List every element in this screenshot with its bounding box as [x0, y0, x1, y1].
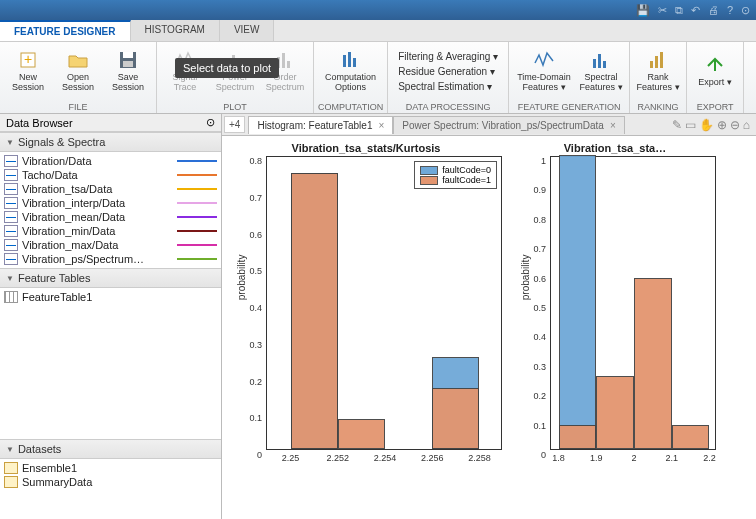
qat-copy-icon[interactable]: ⧉	[675, 4, 683, 17]
data-browser-collapse-icon[interactable]: ⊙	[206, 116, 215, 129]
ribbon-group-plot: Signal Trace Power Spectrum Order Spectr…	[157, 42, 314, 113]
svg-rect-8	[277, 57, 280, 68]
qat-help-icon[interactable]: ?	[727, 4, 733, 16]
pan-icon[interactable]: ✋	[699, 118, 714, 132]
time-domain-features-button[interactable]: Time-Domain Features ▾	[513, 44, 575, 98]
feature-table-item[interactable]: FeatureTable1	[4, 290, 217, 304]
ribbon-export-label: EXPORT	[697, 102, 734, 113]
histogram-bar	[559, 155, 597, 449]
qat-cut-icon[interactable]: ✂	[658, 4, 667, 17]
filtering-averaging-menu[interactable]: Filtering & Averaging ▾	[396, 50, 500, 63]
brush-icon[interactable]: ✎	[672, 118, 682, 132]
collapse-icon: ▼	[6, 445, 14, 454]
home-icon[interactable]: ⌂	[743, 118, 750, 132]
signal-item[interactable]: Vibration_tsa/Data	[4, 182, 217, 196]
plots-container: ✎ ▭ ✋ ⊕ ⊖ ⌂ Vibration_tsa_stats/Kurtosis…	[222, 136, 756, 519]
signal-item[interactable]: Vibration_min/Data	[4, 224, 217, 238]
rank-features-button[interactable]: Rank Features ▾	[634, 44, 682, 98]
rank-features-label: Rank Features ▾	[634, 73, 682, 93]
qat-save-icon[interactable]: 💾	[636, 4, 650, 17]
legend[interactable]: faultCode=0faultCode=1	[414, 161, 497, 189]
order-spectrum-label: Order Spectrum	[261, 73, 309, 93]
signal-item[interactable]: Vibration_max/Data	[4, 238, 217, 252]
main-area: +4 Histogram: FeatureTable1× Power Spect…	[222, 114, 756, 519]
save-session-label: Save Session	[104, 73, 152, 93]
signal-color-swatch	[177, 202, 217, 204]
close-icon[interactable]: ×	[378, 120, 384, 131]
doc-tabs-overflow[interactable]: +4	[224, 116, 245, 133]
qat-print-icon[interactable]: 🖨	[708, 4, 719, 16]
y-tick-label: 0.9	[522, 185, 546, 195]
signal-icon	[4, 239, 18, 251]
x-tick-label: 2.254	[374, 453, 397, 463]
doc-tab-power-spectrum[interactable]: Power Spectrum: Vibration_ps/SpectrumDat…	[393, 116, 624, 134]
ribbon-group-data-processing: Filtering & Averaging ▾ Residue Generati…	[388, 42, 509, 113]
svg-rect-18	[655, 56, 658, 68]
close-icon[interactable]: ×	[610, 120, 616, 131]
export-label: Export ▾	[698, 78, 732, 88]
x-tick-label: 1.9	[590, 453, 603, 463]
computation-options-button[interactable]: Computation Options	[319, 44, 383, 98]
signal-label: Vibration_min/Data	[22, 225, 115, 237]
signal-label: Vibration_mean/Data	[22, 211, 125, 223]
axes[interactable]: 2.252.2522.2542.2562.258faultCode=0fault…	[266, 156, 502, 450]
axes[interactable]: 1.81.922.12.2	[550, 156, 716, 450]
ribbon: +New Session Open Session Save Session F…	[0, 42, 756, 114]
spectral-estimation-menu[interactable]: Spectral Estimation ▾	[396, 80, 500, 93]
datasets-list: Ensemble1SummaryData	[0, 459, 221, 519]
feature-table-label: FeatureTable1	[22, 291, 92, 303]
export-button[interactable]: Export ▾	[691, 44, 739, 98]
tab-histogram[interactable]: HISTOGRAM	[131, 20, 220, 41]
x-tick-label: 2	[631, 453, 636, 463]
signal-icon	[4, 155, 18, 167]
zoom-out-icon[interactable]: ⊖	[730, 118, 740, 132]
legend-label: faultCode=0	[442, 165, 491, 175]
feature-tables-header[interactable]: ▼Feature Tables	[0, 268, 221, 288]
histogram-plot: Vibration_tsa_sta…00.10.20.30.40.50.60.7…	[510, 142, 720, 515]
power-spectrum-button: Power Spectrum	[211, 44, 259, 98]
svg-rect-5	[227, 61, 230, 68]
qat-undo-icon[interactable]: ↶	[691, 4, 700, 17]
signal-item[interactable]: Tacho/Data	[4, 168, 217, 182]
signal-color-swatch	[177, 230, 217, 232]
signal-item[interactable]: Vibration_mean/Data	[4, 210, 217, 224]
spectral-features-button[interactable]: Spectral Features ▾	[577, 44, 625, 98]
y-tick-label: 0.7	[522, 244, 546, 254]
signal-color-swatch	[177, 244, 217, 246]
signal-item[interactable]: Vibration/Data	[4, 154, 217, 168]
open-session-button[interactable]: Open Session	[54, 44, 102, 98]
y-tick-label: 0	[238, 450, 262, 460]
signal-item[interactable]: Vibration_ps/Spectrum…	[4, 252, 217, 266]
legend-swatch	[420, 166, 438, 175]
qat-more-icon[interactable]: ⊙	[741, 4, 750, 17]
legend-item: faultCode=1	[420, 175, 491, 185]
doc-tab-histogram[interactable]: Histogram: FeatureTable1×	[248, 116, 393, 134]
dataset-label: SummaryData	[22, 476, 92, 488]
dataset-item[interactable]: SummaryData	[4, 475, 217, 489]
dataset-item[interactable]: Ensemble1	[4, 461, 217, 475]
svg-rect-4	[123, 61, 133, 67]
dataset-icon	[4, 462, 18, 474]
legend-swatch	[420, 176, 438, 185]
zoom-in-icon[interactable]: ⊕	[717, 118, 727, 132]
y-axis-label: probability	[236, 255, 247, 301]
signal-item[interactable]: Vibration_interp/Data	[4, 196, 217, 210]
datatip-icon[interactable]: ▭	[685, 118, 696, 132]
tab-view[interactable]: VIEW	[220, 20, 275, 41]
save-session-button[interactable]: Save Session	[104, 44, 152, 98]
svg-rect-10	[287, 61, 290, 68]
figure-toolbar: ✎ ▭ ✋ ⊕ ⊖ ⌂	[672, 118, 750, 132]
doc-tab-histogram-label: Histogram: FeatureTable1	[257, 120, 372, 131]
new-session-button[interactable]: +New Session	[4, 44, 52, 98]
signals-spectra-label: Signals & Spectra	[18, 136, 105, 148]
signal-label: Tacho/Data	[22, 169, 78, 181]
x-tick-label: 1.8	[552, 453, 565, 463]
feature-tables-label: Feature Tables	[18, 272, 91, 284]
x-tick-label: 2.2	[703, 453, 716, 463]
signal-icon	[4, 225, 18, 237]
x-tick-label: 2.252	[327, 453, 350, 463]
signals-spectra-header[interactable]: ▼Signals & Spectra	[0, 132, 221, 152]
residue-generation-menu[interactable]: Residue Generation ▾	[396, 65, 500, 78]
datasets-header[interactable]: ▼Datasets	[0, 439, 221, 459]
tab-feature-designer[interactable]: FEATURE DESIGNER	[0, 20, 131, 41]
